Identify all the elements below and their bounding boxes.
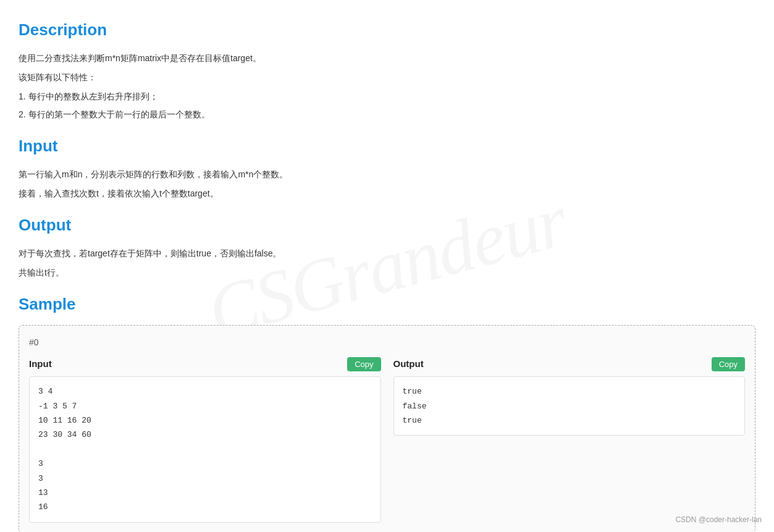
sample-output-header: Output Copy [393, 357, 746, 371]
input-title: Input [19, 133, 755, 159]
description-line-3: 1. 每行中的整数从左到右升序排列； [19, 89, 755, 104]
output-line-1: 对于每次查找，若target存在于矩阵中，则输出true，否则输出false。 [19, 246, 755, 261]
copy-input-button[interactable]: Copy [347, 357, 381, 371]
sample-input-content: 3 4 -1 3 5 7 10 11 16 20 23 30 34 60 3 3… [29, 376, 381, 523]
sample-output-content: true false true [393, 376, 746, 436]
description-line-1: 使用二分查找法来判断m*n矩阵matrix中是否存在目标值target。 [19, 51, 755, 66]
input-line-2: 接着，输入查找次数t，接着依次输入t个整数target。 [19, 186, 755, 201]
output-title: Output [19, 213, 755, 239]
sample-id: #0 [29, 336, 745, 349]
output-line-2: 共输出t行。 [19, 265, 755, 281]
sample-container: #0 Input Copy 3 4 -1 3 5 7 10 11 16 20 2… [19, 325, 755, 532]
input-line-1: 第一行输入m和n，分别表示矩阵的行数和列数，接着输入m*n个整数。 [19, 167, 755, 182]
sample-output-label: Output [393, 357, 424, 371]
description-line-4: 2. 每行的第一个整数大于前一行的最后一个整数。 [19, 107, 755, 122]
sample-input-label: Input [29, 357, 52, 371]
description-line-2: 该矩阵有以下特性： [19, 70, 755, 85]
input-section: Input 第一行输入m和n，分别表示矩阵的行数和列数，接着输入m*n个整数。 … [19, 133, 755, 201]
sample-title: Sample [19, 292, 755, 318]
sample-columns: Input Copy 3 4 -1 3 5 7 10 11 16 20 23 3… [29, 357, 745, 523]
description-section: Description 使用二分查找法来判断m*n矩阵matrix中是否存在目标… [19, 17, 755, 122]
sample-section: Sample #0 Input Copy 3 4 -1 3 5 7 10 11 … [19, 292, 755, 532]
description-title: Description [19, 17, 755, 43]
csdn-label: CSDN @coder-hacker-lan [675, 514, 762, 526]
sample-input-header: Input Copy [29, 357, 381, 371]
sample-input-column: Input Copy 3 4 -1 3 5 7 10 11 16 20 23 3… [29, 357, 381, 523]
main-content: Description 使用二分查找法来判断m*n矩阵matrix中是否存在目标… [19, 17, 755, 532]
sample-output-column: Output Copy true false true [393, 357, 746, 436]
copy-output-button[interactable]: Copy [712, 357, 745, 371]
output-section: Output 对于每次查找，若target存在于矩阵中，则输出true，否则输出… [19, 213, 755, 281]
